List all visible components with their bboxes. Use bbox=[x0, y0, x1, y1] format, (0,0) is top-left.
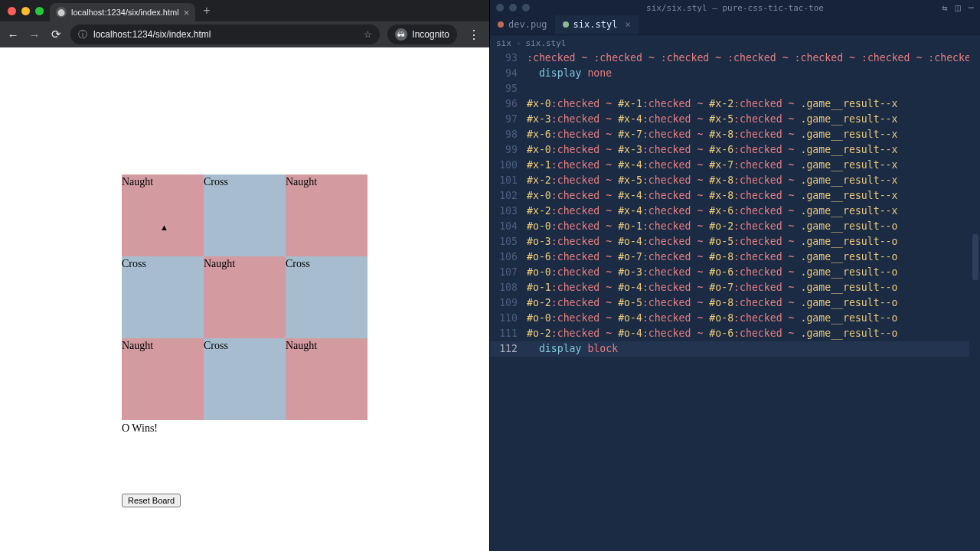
board-cell-3[interactable]: Cross bbox=[122, 256, 204, 338]
file-type-icon bbox=[498, 21, 504, 28]
line-number: 106 bbox=[490, 249, 527, 265]
code-text: #x-0:checked ~ #x-4:checked ~ #x-8:check… bbox=[527, 188, 980, 204]
minimize-window-icon[interactable] bbox=[21, 7, 30, 15]
forward-button[interactable]: → bbox=[28, 28, 41, 41]
code-text: #x-2:checked ~ #x-5:checked ~ #x-8:check… bbox=[527, 173, 980, 188]
code-line[interactable]: 104#o-0:checked ~ #o-1:checked ~ #o-2:ch… bbox=[490, 219, 980, 234]
board-cell-4[interactable]: Naught bbox=[204, 256, 286, 338]
back-button[interactable]: ← bbox=[6, 28, 20, 41]
bookmark-icon[interactable]: ☆ bbox=[364, 29, 372, 40]
code-text: #x-6:checked ~ #x-7:checked ~ #x-8:check… bbox=[527, 127, 980, 142]
new-tab-button[interactable]: + bbox=[195, 4, 217, 18]
close-tab-icon[interactable]: × bbox=[184, 7, 190, 18]
line-number: 95 bbox=[490, 81, 527, 96]
board-cell-8[interactable]: Naught bbox=[286, 338, 368, 420]
line-number: 93 bbox=[490, 51, 527, 66]
line-number: 102 bbox=[490, 188, 527, 204]
line-number: 104 bbox=[490, 219, 527, 234]
site-info-icon[interactable]: ⓘ bbox=[78, 28, 87, 41]
code-text: #x-2:checked ~ #x-4:checked ~ #x-6:check… bbox=[527, 204, 980, 219]
code-text: #x-0:checked ~ #x-3:checked ~ #x-6:check… bbox=[527, 142, 980, 158]
browser-tab[interactable]: ⬤ localhost:1234/six/index.html × bbox=[50, 3, 195, 21]
code-line[interactable]: 111#o-2:checked ~ #o-4:checked ~ #o-6:ch… bbox=[490, 326, 980, 341]
code-line[interactable]: 112 display block bbox=[490, 341, 980, 357]
browser-window: ⬤ localhost:1234/six/index.html × + ← → … bbox=[0, 0, 490, 551]
editor-tabs: dev.pug six.styl × bbox=[490, 15, 980, 35]
editor-tab-label: dev.pug bbox=[508, 19, 547, 30]
line-number: 100 bbox=[490, 158, 527, 173]
line-number: 108 bbox=[490, 280, 527, 295]
code-text: #o-3:checked ~ #o-4:checked ~ #o-5:check… bbox=[527, 234, 980, 249]
page-content: NaughtCrossNaughtCrossNaughtCrossNaughtC… bbox=[0, 47, 489, 551]
board-cell-6[interactable]: Naught bbox=[122, 338, 204, 420]
browser-tab-title: localhost:1234/six/index.html bbox=[71, 8, 179, 17]
code-line[interactable]: 96#x-0:checked ~ #x-1:checked ~ #x-2:che… bbox=[490, 96, 980, 112]
close-window-icon[interactable] bbox=[8, 7, 16, 15]
favicon-icon: ⬤ bbox=[56, 7, 67, 18]
url-text: localhost:1234/six/index.html bbox=[93, 29, 211, 40]
minimize-window-icon[interactable] bbox=[509, 4, 517, 11]
game-result-text: O Wins! bbox=[122, 422, 158, 435]
code-line[interactable]: 97#x-3:checked ~ #x-4:checked ~ #x-5:che… bbox=[490, 112, 980, 127]
code-line[interactable]: 94 display none bbox=[490, 66, 980, 81]
reset-board-button[interactable]: Reset Board bbox=[122, 494, 181, 507]
close-tab-icon[interactable]: × bbox=[625, 19, 630, 30]
code-line[interactable]: 105#o-3:checked ~ #o-4:checked ~ #o-5:ch… bbox=[490, 234, 980, 249]
board-cell-2[interactable]: Naught bbox=[286, 174, 368, 256]
chevron-right-icon: › bbox=[516, 38, 521, 48]
code-text: #o-0:checked ~ #o-1:checked ~ #o-2:check… bbox=[527, 219, 980, 234]
code-text: display none bbox=[527, 66, 980, 81]
more-actions-icon[interactable]: ⋯ bbox=[969, 2, 974, 13]
code-text: :checked ~ :checked ~ :checked ~ :checke… bbox=[527, 51, 980, 66]
board-cell-5[interactable]: Cross bbox=[286, 256, 368, 338]
board-cell-0[interactable]: Naught bbox=[122, 174, 204, 256]
breadcrumb-item[interactable]: six bbox=[496, 38, 511, 48]
code-line[interactable]: 100#x-1:checked ~ #x-4:checked ~ #x-7:ch… bbox=[490, 158, 980, 173]
code-line[interactable]: 110#o-0:checked ~ #o-4:checked ~ #o-8:ch… bbox=[490, 311, 980, 326]
minimap-thumb[interactable] bbox=[972, 234, 978, 280]
split-editor-icon[interactable]: ◫ bbox=[956, 2, 961, 13]
line-number: 111 bbox=[490, 326, 527, 341]
browser-tab-strip: ⬤ localhost:1234/six/index.html × + bbox=[0, 0, 489, 21]
window-controls bbox=[5, 7, 50, 15]
code-text: #o-6:checked ~ #o-7:checked ~ #o-8:check… bbox=[527, 249, 980, 265]
browser-menu-icon[interactable]: ⋮ bbox=[465, 28, 483, 42]
compare-icon[interactable]: ⇆ bbox=[942, 2, 947, 13]
code-text: #o-2:checked ~ #o-5:checked ~ #o-8:check… bbox=[527, 295, 980, 311]
reload-button[interactable]: ⟳ bbox=[49, 28, 63, 41]
file-type-icon bbox=[563, 21, 569, 28]
code-text: #x-1:checked ~ #x-4:checked ~ #x-7:check… bbox=[527, 158, 980, 173]
code-line[interactable]: 103#x-2:checked ~ #x-4:checked ~ #x-6:ch… bbox=[490, 204, 980, 219]
code-line[interactable]: 99#x-0:checked ~ #x-3:checked ~ #x-6:che… bbox=[490, 142, 980, 158]
editor-tab-devpug[interactable]: dev.pug bbox=[490, 15, 555, 34]
line-number: 98 bbox=[490, 127, 527, 142]
code-text: #o-0:checked ~ #o-3:checked ~ #o-6:check… bbox=[527, 265, 980, 280]
code-line[interactable]: 107#o-0:checked ~ #o-3:checked ~ #o-6:ch… bbox=[490, 265, 980, 280]
editor-tab-label: six.styl bbox=[573, 19, 618, 30]
incognito-indicator[interactable]: 🕶 Incognito bbox=[387, 24, 457, 44]
code-editor[interactable]: 93:checked ~ :checked ~ :checked ~ :chec… bbox=[490, 51, 980, 551]
board-cell-7[interactable]: Cross bbox=[204, 338, 286, 420]
zoom-window-icon[interactable] bbox=[35, 7, 44, 15]
code-text: #o-2:checked ~ #o-4:checked ~ #o-6:check… bbox=[527, 326, 980, 341]
code-line[interactable]: 98#x-6:checked ~ #x-7:checked ~ #x-8:che… bbox=[490, 127, 980, 142]
line-number: 99 bbox=[490, 142, 527, 158]
breadcrumb[interactable]: six › six.styl bbox=[490, 35, 980, 51]
zoom-window-icon[interactable] bbox=[522, 4, 530, 11]
code-line[interactable]: 108#o-1:checked ~ #o-4:checked ~ #o-7:ch… bbox=[490, 280, 980, 295]
code-line[interactable]: 93:checked ~ :checked ~ :checked ~ :chec… bbox=[490, 51, 980, 66]
code-line[interactable]: 106#o-6:checked ~ #o-7:checked ~ #o-8:ch… bbox=[490, 249, 980, 265]
breadcrumb-item[interactable]: six.styl bbox=[526, 38, 567, 48]
code-line[interactable]: 109#o-2:checked ~ #o-5:checked ~ #o-8:ch… bbox=[490, 295, 980, 311]
board-cell-1[interactable]: Cross bbox=[204, 174, 286, 256]
editor-tab-sixstyl[interactable]: six.styl × bbox=[555, 15, 639, 34]
line-number: 103 bbox=[490, 204, 527, 219]
code-line[interactable]: 102#x-0:checked ~ #x-4:checked ~ #x-8:ch… bbox=[490, 188, 980, 204]
close-window-icon[interactable] bbox=[496, 4, 504, 11]
code-line[interactable]: 101#x-2:checked ~ #x-5:checked ~ #x-8:ch… bbox=[490, 173, 980, 188]
minimap[interactable] bbox=[969, 51, 980, 551]
code-line[interactable]: 95 bbox=[490, 81, 980, 96]
code-text bbox=[527, 81, 980, 96]
address-bar[interactable]: ⓘ localhost:1234/six/index.html ☆ bbox=[70, 24, 380, 44]
code-text: #o-0:checked ~ #o-4:checked ~ #o-8:check… bbox=[527, 311, 980, 326]
